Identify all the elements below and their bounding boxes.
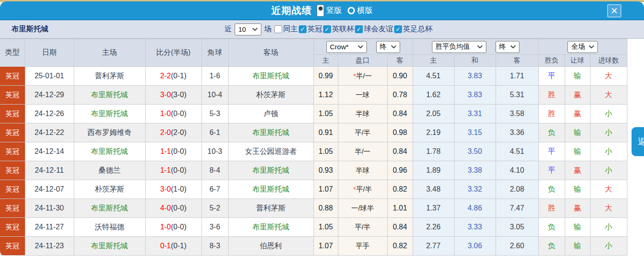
- home-team-cell[interactable]: 沃特福德: [74, 218, 145, 237]
- chevron-down-icon: [358, 45, 363, 49]
- home-team-cell[interactable]: 西布罗姆维奇: [74, 123, 145, 142]
- home-team-cell[interactable]: 朴茨茅斯: [74, 180, 145, 199]
- filter-controls: 近 10 场 同主✓英冠✓英联杯✓球会友谊✓英足总杯: [225, 23, 432, 35]
- away-team-cell[interactable]: 女王公园巡游者: [228, 142, 313, 161]
- avg-draw-odds: 3.83: [454, 67, 496, 86]
- result-cell: 负: [538, 180, 565, 199]
- odds-time-select[interactable]: 终: [376, 41, 400, 53]
- col-header-home: 主场: [74, 39, 145, 67]
- sub-header-result: 胜负: [538, 55, 565, 67]
- handicap-result-cell: 赢: [565, 199, 590, 218]
- scope-select[interactable]: 全场: [567, 41, 598, 53]
- view-mode-label: 横版: [357, 5, 373, 16]
- avg-home-odds: 2.19: [413, 123, 454, 142]
- handicap-result-cell: 输: [565, 67, 590, 86]
- side-tab-button[interactable]: 返: [632, 127, 644, 156]
- avg-away-odds: 3.36: [496, 123, 538, 142]
- away-team-cell[interactable]: 布里斯托城: [228, 180, 313, 199]
- home-team-cell[interactable]: 普利茅斯: [74, 67, 145, 86]
- home-team-cell[interactable]: 布里斯托城: [74, 86, 145, 105]
- side-tab-label: 返: [638, 136, 644, 148]
- handicap-home-odds: 0.99: [313, 67, 338, 86]
- handicap-home-odds: 1.12: [313, 86, 338, 105]
- avg-home-odds: 1.37: [413, 199, 454, 218]
- team-name: 布里斯托城: [12, 24, 48, 34]
- league-badge: 英冠: [0, 142, 25, 161]
- away-team-cell[interactable]: 朴茨茅斯: [228, 86, 313, 105]
- filter-checkbox-item[interactable]: ✓英冠: [299, 24, 322, 34]
- result-cell: 胜: [538, 199, 565, 218]
- away-team-cell[interactable]: 布里斯托城: [228, 67, 313, 86]
- away-team-cell[interactable]: 伯恩利: [228, 237, 313, 256]
- home-team-cell[interactable]: 布里斯托城: [74, 105, 145, 123]
- checked-checkbox-icon[interactable]: ✓: [299, 25, 307, 33]
- table-row: 英冠24-11-23布里斯托城0-1(0-1)8-3伯恩利1.07平手0.822…: [0, 237, 627, 256]
- goals-result-cell: 大: [590, 67, 627, 86]
- checked-checkbox-icon[interactable]: ✓: [323, 25, 331, 33]
- league-badge: 英冠: [0, 105, 25, 123]
- radio-icon[interactable]: [317, 5, 324, 17]
- avg-away-odds: 3.58: [496, 105, 538, 123]
- avg-away-odds: 7.47: [496, 199, 538, 218]
- goals-result-cell: 小: [590, 161, 627, 180]
- sub-header-avg-draw: 和: [454, 55, 496, 67]
- corners-cell: 3-6: [201, 218, 228, 237]
- league-badge: 英冠: [0, 180, 25, 199]
- handicap-result-cell: 输: [565, 142, 590, 161]
- checkbox-label: 英联杯: [332, 24, 354, 34]
- handicap-away-odds: 0.98: [387, 123, 413, 142]
- checkbox-label: 英足总杯: [403, 24, 432, 34]
- handicap-selector-group: Crow* 终: [313, 39, 413, 55]
- home-team-cell[interactable]: 桑德兰: [74, 161, 145, 180]
- odds-company-select[interactable]: Crow*: [326, 41, 367, 53]
- handicap-home-odds: 1.05: [313, 218, 338, 237]
- avg-time-select[interactable]: 终: [496, 41, 520, 53]
- handicap-away-odds: 0.82: [387, 237, 413, 256]
- chevron-down-icon: [510, 45, 516, 49]
- handicap-away-odds: 0.90: [387, 67, 413, 86]
- view-mode-option[interactable]: 竖版: [317, 5, 342, 17]
- avg-odds-value: 胜平负均值: [436, 42, 470, 51]
- radio-icon[interactable]: [348, 7, 355, 14]
- score-cell: 2-0(2-0): [145, 123, 201, 142]
- unchecked-checkbox-icon[interactable]: [274, 25, 282, 33]
- table-row: 英冠24-12-07朴茨茅斯3-0(1-0)6-7布里斯托城1.07*平/半0.…: [0, 180, 627, 199]
- filter-checkbox-item[interactable]: ✓球会友谊: [355, 24, 393, 34]
- table-row: 英冠24-11-27沃特福德1-0(0-0)3-6布里斯托城1.05平/半0.8…: [0, 218, 627, 237]
- sub-header-goals: 进球数: [590, 55, 627, 67]
- avg-odds-select[interactable]: 胜平负均值: [432, 41, 486, 53]
- filter-checkbox-item[interactable]: ✓英联杯: [323, 24, 354, 34]
- handicap-line: 半球: [338, 161, 387, 180]
- home-team-cell[interactable]: 布里斯托城: [74, 199, 145, 218]
- handicap-line: 一/球半: [338, 199, 387, 218]
- close-icon[interactable]: ✕: [607, 4, 621, 18]
- handicap-away-odds: 1.01: [387, 199, 413, 218]
- handicap-result-cell: 输: [565, 218, 590, 237]
- away-team-cell[interactable]: 卢顿: [228, 105, 313, 123]
- table-row: 英冠25-01-01普利茅斯2-2(0-1)1-6布里斯托城0.99*半/一0.…: [0, 67, 627, 86]
- league-badge: 英冠: [0, 86, 25, 105]
- handicap-result-cell: 输: [565, 237, 590, 256]
- away-team-cell[interactable]: 普利茅斯: [228, 199, 313, 218]
- view-mode-option[interactable]: 横版: [348, 5, 373, 16]
- home-team-cell[interactable]: 布里斯托城: [74, 142, 145, 161]
- home-team-cell[interactable]: 布里斯托城: [74, 237, 145, 256]
- filter-bar: 布里斯托城 近 10 场 同主✓英冠✓英联杯✓球会友谊✓英足总杯: [0, 20, 644, 39]
- avg-draw-odds: 3.15: [454, 123, 496, 142]
- away-team-cell[interactable]: 布里斯托城: [228, 161, 313, 180]
- date-cell: 24-11-23: [25, 237, 74, 256]
- table-row: 英冠24-11-30布里斯托城4-0(0-0)5-2普利茅斯0.88一/球半1.…: [0, 199, 627, 218]
- live-star-icon: *: [353, 72, 356, 80]
- view-mode-label: 竖版: [326, 5, 342, 16]
- checked-checkbox-icon[interactable]: ✓: [394, 25, 402, 33]
- filter-checkbox-item[interactable]: ✓英足总杯: [394, 24, 432, 34]
- away-team-cell[interactable]: 布里斯托城: [228, 218, 313, 237]
- handicap-away-odds: 0.84: [387, 142, 413, 161]
- match-count-select[interactable]: 10: [235, 23, 261, 35]
- checked-checkbox-icon[interactable]: ✓: [355, 25, 363, 33]
- handicap-away-odds: 0.84: [387, 105, 413, 123]
- away-team-cell[interactable]: 布里斯托城: [228, 123, 313, 142]
- recent-results-modal: 近期战绩 竖版横版 ✕ 布里斯托城 近 10 场 同主✓英冠✓英联杯✓球会友谊✓…: [0, 1, 644, 257]
- handicap-home-odds: 1.07: [313, 237, 338, 256]
- filter-checkbox-item[interactable]: 同主: [274, 24, 298, 34]
